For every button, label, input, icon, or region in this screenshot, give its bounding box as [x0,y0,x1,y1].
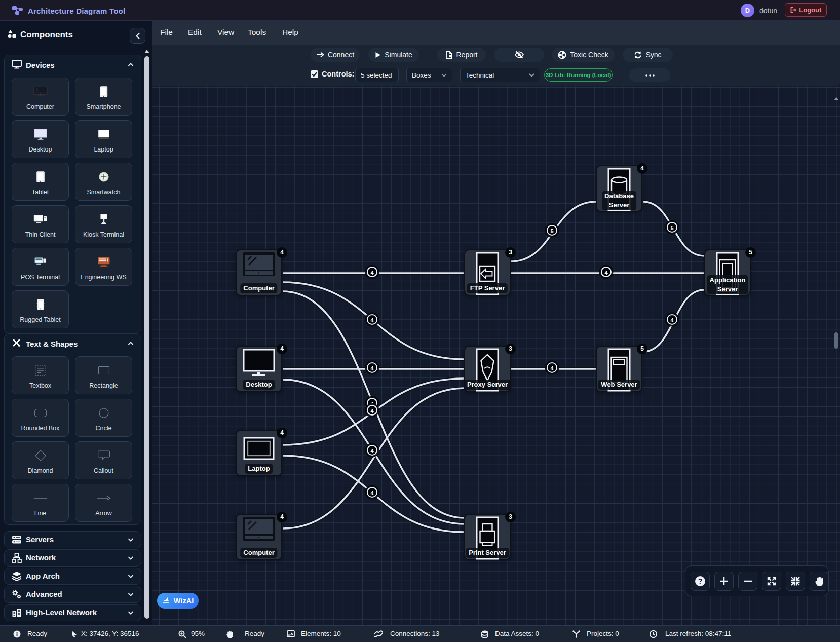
svg-text:?: ? [698,577,703,585]
